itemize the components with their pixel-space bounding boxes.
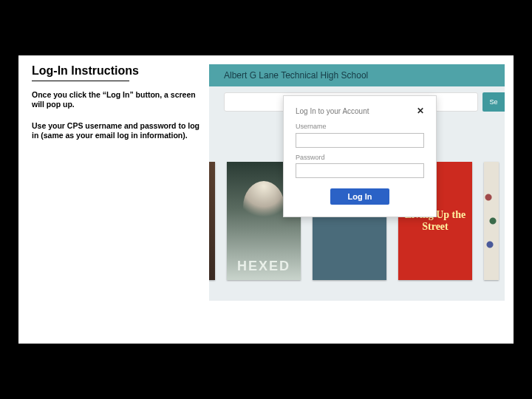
paragraph-1: Once you click the “Log In” button, a sc… xyxy=(32,90,202,109)
password-label: Password xyxy=(296,154,424,161)
heading-underline xyxy=(32,81,129,81)
book-title: HEXED xyxy=(227,259,301,274)
modal-header: Log In to your Account ✕ xyxy=(296,106,424,115)
screenshot-area: Albert G Lane Technical High School Se H… xyxy=(209,64,505,301)
username-label: Username xyxy=(296,123,424,130)
book-cover[interactable] xyxy=(209,162,215,280)
login-modal: Log In to your Account ✕ Username Passwo… xyxy=(283,95,437,217)
password-field[interactable] xyxy=(296,163,424,178)
instructions-column: Log-In Instructions Once you click the “… xyxy=(32,64,202,153)
login-button[interactable]: Log In xyxy=(330,188,389,205)
search-button[interactable]: Se xyxy=(482,92,505,112)
slide: Log-In Instructions Once you click the “… xyxy=(18,55,514,344)
username-field[interactable] xyxy=(296,133,424,148)
modal-title: Log In to your Account xyxy=(296,107,369,115)
site-topbar: Albert G Lane Technical High School xyxy=(209,64,505,86)
heading: Log-In Instructions xyxy=(32,64,202,78)
school-name: Albert G Lane Technical High School xyxy=(224,70,368,81)
paragraph-2: Use your CPS username and password to lo… xyxy=(32,121,202,140)
close-icon[interactable]: ✕ xyxy=(417,106,424,115)
book-cover[interactable] xyxy=(484,162,499,280)
